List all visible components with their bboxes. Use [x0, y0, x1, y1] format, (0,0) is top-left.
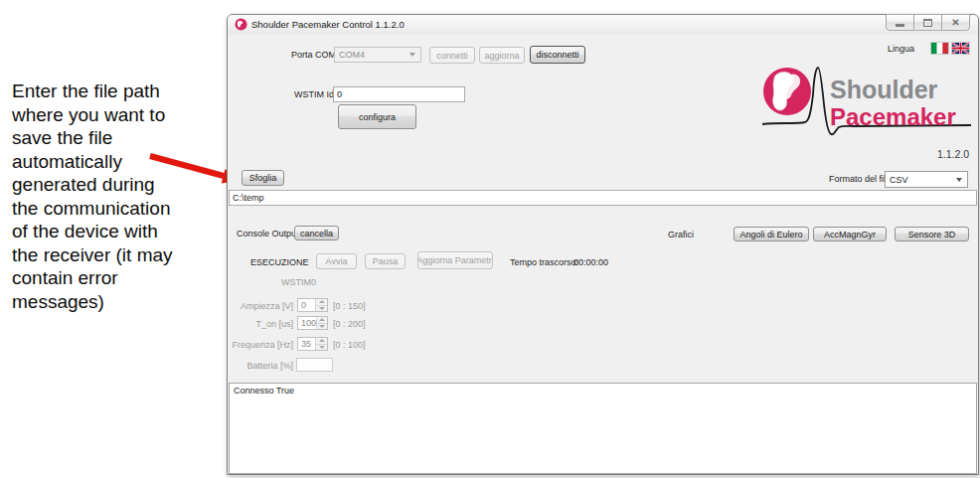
logo: Shoulder Pacemaker 1.1.2.0: [760, 63, 973, 166]
batteria-input[interactable]: [296, 358, 333, 372]
frequenza-spinner-buttons[interactable]: [315, 338, 327, 350]
t-on-range: [0 : 200]: [333, 319, 366, 329]
close-icon: ✕: [951, 18, 959, 28]
connetti-button[interactable]: connetti: [429, 47, 475, 64]
app-window: Shoulder Pacemaker Control 1.1.2.0 ✕ Por…: [227, 14, 979, 475]
aggiorna-parametri-button[interactable]: Aggiorna Parametri: [417, 251, 493, 269]
cancella-button[interactable]: cancella: [294, 226, 339, 240]
spinner-down-icon[interactable]: [317, 323, 327, 330]
angoli-di-eulero-button[interactable]: Angoli di Eulero: [734, 227, 809, 241]
ampiezza-spinner[interactable]: 0: [297, 298, 328, 312]
maximize-button[interactable]: [913, 14, 942, 31]
spinner-down-icon[interactable]: [316, 344, 327, 351]
logo-word1: Shoulder: [830, 76, 938, 103]
lingua-label: Lingua: [888, 44, 914, 54]
console-output-label: Console Output: [237, 229, 299, 239]
ampiezza-value: 0: [298, 299, 315, 311]
avvia-button[interactable]: Avvia: [316, 253, 357, 269]
console-output-area[interactable]: Connesso True: [229, 383, 977, 474]
tempo-trascorso-label: Tempo trascorso:: [510, 257, 578, 267]
logo-version: 1.1.2.0: [937, 148, 969, 160]
frequenza-spinner[interactable]: 35: [297, 337, 328, 351]
file-path-input[interactable]: [229, 190, 977, 206]
accmagngyr-button[interactable]: AccMagnGyr: [813, 227, 887, 241]
client-area: Porta COM COM4 connetti aggiorna disconn…: [228, 35, 978, 474]
formato-file-select[interactable]: CSV: [885, 171, 968, 188]
console-output-text: Connesso True: [234, 386, 294, 396]
ampiezza-range: [0 : 150]: [333, 301, 366, 311]
disconnetti-button[interactable]: disconnetti: [530, 46, 585, 64]
ampiezza-spinner-buttons[interactable]: [315, 299, 327, 311]
porta-com-select[interactable]: COM4: [334, 47, 421, 63]
minimize-icon: [896, 24, 904, 27]
batteria-label: Batteria [%]: [228, 361, 293, 371]
sensore-3d-button[interactable]: Sensore 3D: [895, 227, 969, 241]
t-on-spinner-buttons[interactable]: [316, 317, 327, 329]
porta-com-label: Porta COM: [291, 50, 336, 60]
sfoglia-button[interactable]: Sfoglia: [242, 170, 284, 186]
logo-word2: Pacemaker: [830, 103, 956, 130]
wstim-id-label: WSTIM Id: [294, 89, 334, 99]
app-icon: [235, 18, 247, 31]
annotation-text: Enter the file path where you want to sa…: [12, 80, 226, 313]
wstim0-group-label: WSTIM0: [281, 277, 316, 287]
t-on-spinner[interactable]: 100: [297, 316, 328, 330]
frequenza-label: Frequenza [Hz]: [228, 340, 293, 350]
frequenza-value: 35: [298, 338, 315, 350]
tempo-trascorso-value: 00:00:00: [573, 257, 608, 267]
t-on-value: 100: [298, 317, 316, 329]
formato-file-value: CSV: [890, 175, 908, 185]
aggiorna-button[interactable]: aggiorna: [479, 47, 525, 64]
ampiezza-label: Ampiezza [V]: [228, 301, 293, 311]
grafici-label: Grafici: [668, 230, 694, 239]
logo-graphic: Shoulder Pacemaker: [760, 63, 973, 144]
window-controls: ✕: [887, 14, 970, 31]
maximize-icon: [923, 19, 932, 27]
close-button[interactable]: ✕: [941, 14, 970, 31]
spinner-down-icon[interactable]: [316, 305, 327, 312]
porta-com-value: COM4: [339, 50, 365, 60]
frequenza-range: [0 : 100]: [333, 340, 366, 350]
pausa-button[interactable]: Pausa: [365, 253, 406, 269]
minimize-button[interactable]: [886, 14, 914, 31]
configura-button[interactable]: configura: [338, 104, 416, 129]
window-title: Shoulder Pacemaker Control 1.1.2.0: [251, 19, 405, 30]
italian-flag-icon[interactable]: [931, 43, 948, 54]
uk-flag-icon[interactable]: [952, 43, 969, 54]
wstim-id-input[interactable]: [333, 86, 465, 102]
formato-del-file-label: Formato del file: [829, 174, 891, 184]
titlebar: Shoulder Pacemaker Control 1.1.2.0 ✕: [228, 15, 978, 36]
t-on-label: T_on [us]: [228, 319, 293, 329]
esecuzione-label: ESECUZIONE: [250, 257, 309, 267]
page: Enter the file path where you want to sa…: [0, 0, 980, 478]
